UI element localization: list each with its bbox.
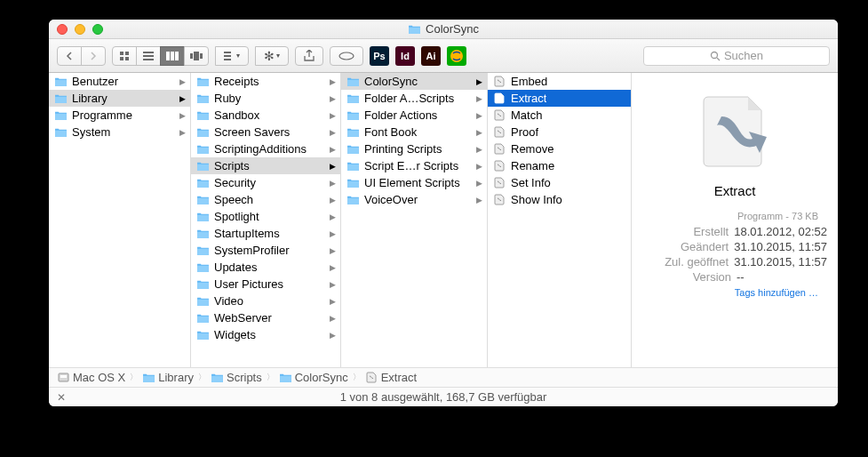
arrange-dropdown[interactable]: ▾ <box>215 46 249 66</box>
column-0[interactable]: Benutzer▶Library▶Programme▶System▶ <box>49 73 191 367</box>
statusbar-close-icon[interactable]: ✕ <box>57 391 66 404</box>
list-item[interactable]: Widgets▶ <box>191 326 340 343</box>
list-item-label: SystemProfiler <box>214 244 290 257</box>
path-sep-icon: 〉 <box>267 372 275 383</box>
chevron-right-icon: ▶ <box>476 77 482 86</box>
list-item[interactable]: Remove <box>488 140 631 157</box>
list-item[interactable]: Script E…r Scripts▶ <box>341 157 487 174</box>
list-item[interactable]: VoiceOver▶ <box>341 191 487 208</box>
list-item[interactable]: Ruby▶ <box>191 90 340 107</box>
list-item[interactable]: Updates▶ <box>191 259 340 276</box>
column-1[interactable]: Receipts▶Ruby▶Sandbox▶Screen Savers▶Scri… <box>191 73 341 367</box>
list-item[interactable]: UI Element Scripts▶ <box>341 174 487 191</box>
svg-rect-2 <box>120 57 123 60</box>
list-item[interactable]: Folder A…Scripts▶ <box>341 90 487 107</box>
list-item[interactable]: ColorSync▶ <box>341 73 487 90</box>
path-segment[interactable]: Library <box>142 371 194 384</box>
pathbar[interactable]: Mac OS X〉Library〉Scripts〉ColorSync〉Extra… <box>49 367 838 387</box>
svg-rect-10 <box>190 53 193 59</box>
path-segment[interactable]: Scripts <box>211 371 262 384</box>
chevron-right-icon: ▶ <box>330 229 336 238</box>
svg-rect-1 <box>125 52 129 55</box>
share-button[interactable] <box>295 46 323 66</box>
list-item[interactable]: Proof <box>488 124 631 140</box>
list-item-label: Scripts <box>214 159 250 172</box>
svg-point-18 <box>711 52 717 58</box>
list-item[interactable]: Programme▶ <box>49 107 190 124</box>
svg-rect-15 <box>224 59 231 60</box>
list-item[interactable]: Scripts▶ <box>191 157 340 174</box>
list-item[interactable]: Benutzer▶ <box>49 73 190 90</box>
list-item[interactable]: Sandbox▶ <box>191 107 340 124</box>
svg-rect-7 <box>166 52 170 60</box>
view-icons-button[interactable] <box>112 46 137 66</box>
list-item[interactable]: Screen Savers▶ <box>191 124 340 140</box>
tags-button[interactable] <box>330 46 363 66</box>
path-sep-icon: 〉 <box>198 372 206 383</box>
list-item-label: VoiceOver <box>364 193 418 206</box>
view-columns-button[interactable] <box>160 46 185 66</box>
column-3[interactable]: EmbedExtractMatchProofRemoveRenameSet In… <box>488 73 632 367</box>
list-item[interactable]: User Pictures▶ <box>191 276 340 293</box>
app-shortcut-ai[interactable]: Ai <box>421 46 441 66</box>
chevron-right-icon: ▶ <box>179 77 186 86</box>
list-item[interactable]: Spotlight▶ <box>191 208 340 225</box>
svg-rect-0 <box>120 52 123 55</box>
list-item-label: Video <box>214 294 243 308</box>
chevron-right-icon: ▶ <box>330 128 336 137</box>
list-item[interactable]: Show Info <box>488 191 631 208</box>
list-item-label: Programme <box>72 108 132 122</box>
chevron-right-icon: ▶ <box>330 111 336 120</box>
path-segment[interactable]: ColorSync <box>279 371 348 384</box>
list-item[interactable]: SystemProfiler▶ <box>191 242 340 259</box>
path-segment[interactable]: Mac OS X <box>57 371 125 384</box>
column-2[interactable]: ColorSync▶Folder A…Scripts▶Folder Action… <box>341 73 488 367</box>
preview-name: Extract <box>714 183 756 198</box>
minimize-button[interactable] <box>75 24 85 35</box>
chevron-right-icon: ▶ <box>330 145 336 154</box>
list-item[interactable]: ScriptingAdditions▶ <box>191 140 340 157</box>
search-input[interactable]: Suchen <box>643 46 830 66</box>
tags-link[interactable]: Tags hinzufügen … <box>642 287 827 298</box>
list-item[interactable]: Receipts▶ <box>191 73 340 90</box>
list-item[interactable]: Speech▶ <box>191 191 340 208</box>
list-item[interactable]: Video▶ <box>191 293 340 309</box>
chevron-right-icon: ▶ <box>330 179 336 188</box>
chevron-right-icon: ▶ <box>476 145 482 154</box>
list-item[interactable]: Folder Actions▶ <box>341 107 487 124</box>
close-button[interactable] <box>57 24 68 35</box>
app-shortcut-ps[interactable]: Ps <box>370 46 389 66</box>
list-item[interactable]: StartupItems▶ <box>191 225 340 242</box>
list-item[interactable]: Rename <box>488 157 631 174</box>
app-shortcut-id[interactable]: Id <box>395 46 415 66</box>
svg-rect-11 <box>194 52 199 60</box>
list-item-label: Folder A…Scripts <box>364 92 454 105</box>
search-icon <box>710 51 721 61</box>
svg-rect-21 <box>60 375 67 378</box>
list-item[interactable]: Embed <box>488 73 631 90</box>
list-item[interactable]: WebServer▶ <box>191 309 340 326</box>
zoom-button[interactable] <box>92 24 103 35</box>
meta-row: Version-- <box>642 269 827 285</box>
list-item[interactable]: System▶ <box>49 124 190 140</box>
list-item[interactable]: Security▶ <box>191 174 340 191</box>
list-item[interactable]: Font Book▶ <box>341 124 487 140</box>
view-list-button[interactable] <box>136 46 161 66</box>
path-segment[interactable]: Extract <box>365 371 417 384</box>
chevron-right-icon: ▶ <box>330 77 336 86</box>
list-item[interactable]: Library▶ <box>49 90 190 107</box>
app-shortcut-wa[interactable] <box>447 46 466 66</box>
list-item[interactable]: Set Info <box>488 174 631 191</box>
list-item-label: Sandbox <box>214 108 259 122</box>
column-browser: Benutzer▶Library▶Programme▶System▶ Recei… <box>49 73 838 367</box>
action-dropdown[interactable]: ✻▾ <box>255 46 289 66</box>
list-item[interactable]: Match <box>488 107 631 124</box>
chevron-right-icon: ▶ <box>476 111 482 120</box>
view-coverflow-button[interactable] <box>184 46 209 66</box>
forward-button[interactable] <box>81 46 106 66</box>
list-item[interactable]: Printing Scripts▶ <box>341 140 487 157</box>
list-item[interactable]: Extract <box>488 90 631 107</box>
chevron-right-icon: ▶ <box>330 280 336 289</box>
back-button[interactable] <box>57 46 82 66</box>
list-item-label: Screen Savers <box>214 125 290 139</box>
